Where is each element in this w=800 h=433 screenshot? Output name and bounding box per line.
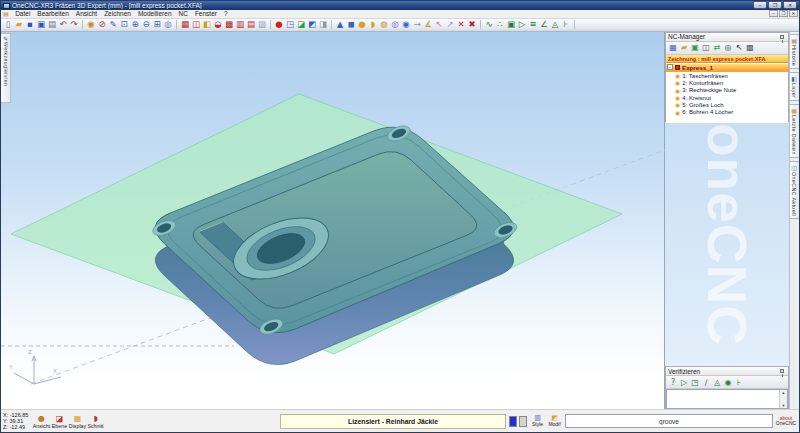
nc-points-icon[interactable]: ∴ — [495, 19, 505, 30]
secondary-color-swatch[interactable] — [519, 416, 527, 427]
verify-header[interactable]: Verifizieren — [666, 367, 788, 376]
style-button[interactable]: ▥ Style — [530, 414, 545, 428]
view-top-icon[interactable]: ▦ — [180, 19, 190, 30]
solid-sphere-icon[interactable]: ● — [357, 19, 367, 30]
close-button[interactable]: ✕ — [783, 1, 797, 9]
verify-run-icon[interactable]: ▷ — [679, 377, 689, 388]
redo-icon[interactable]: ↷ — [69, 19, 79, 30]
tree-operation-item[interactable]: ◉ 4: Kreisnut — [666, 94, 788, 101]
nc-manager-header[interactable]: NC-Manager — [666, 33, 788, 42]
solid-bowl-icon[interactable]: ◗ — [368, 19, 378, 30]
verify-cycle-icon[interactable]: ◬ — [712, 377, 722, 388]
shade-edges-icon[interactable]: ◩ — [307, 19, 317, 30]
zoom-in-icon[interactable]: ⊕ — [130, 19, 140, 30]
nc-setup-icon[interactable]: ◬ — [550, 19, 560, 30]
zoom-extents-icon[interactable]: ⊞ — [152, 19, 162, 30]
nc-toolpath-icon[interactable]: ∿ — [484, 19, 494, 30]
tab-layer[interactable]: ◧ Layer — [790, 72, 800, 101]
menu-item[interactable]: ? — [220, 10, 231, 18]
menu-item[interactable]: Fenster — [191, 10, 220, 18]
zoom-previous-icon[interactable]: ⊘ — [97, 19, 107, 30]
view-iso-icon[interactable]: ◒ — [213, 19, 223, 30]
solid-cylinder-icon[interactable]: ◼ — [346, 19, 356, 30]
tree-operation-item[interactable]: ◉ 2: Konturfräsen — [666, 79, 788, 86]
delete-x-icon[interactable]: ✕ — [456, 19, 466, 30]
menu-item[interactable]: Ansicht — [72, 10, 100, 18]
torus-violet-icon[interactable]: ◎ — [390, 19, 400, 30]
tab-onecnc-aktuell[interactable]: ◫ OneCNC Aktuell — [790, 161, 800, 219]
model-canvas[interactable]: Z X Y — [1, 32, 665, 412]
new-file-icon[interactable]: ▯ — [3, 19, 13, 30]
stop-icon[interactable]: ● — [274, 19, 284, 30]
move-arrows-icon[interactable]: ↖ — [434, 19, 444, 30]
solid-cone-icon[interactable]: ▲ — [335, 19, 345, 30]
cancel-x-icon[interactable]: ✖ — [467, 19, 477, 30]
tree-operation-item[interactable]: ◉ 1: Taschenfräsen — [666, 72, 788, 79]
orbit-icon[interactable]: ◉ — [86, 19, 96, 30]
view-front-icon[interactable]: ◫ — [191, 19, 201, 30]
torus-blue-icon[interactable]: ◉ — [401, 19, 411, 30]
torus-gold-icon[interactable]: ◍ — [379, 19, 389, 30]
select-cursor-icon[interactable]: ↖ — [734, 42, 744, 53]
shade-on-icon[interactable]: ◪ — [296, 19, 306, 30]
mdi-restore-button[interactable]: ❐ — [779, 10, 788, 17]
zoom-selected-icon[interactable]: ◎ — [163, 19, 173, 30]
pin-icon[interactable] — [780, 369, 784, 373]
menu-item[interactable]: Zeichnen — [101, 10, 135, 18]
modif-button[interactable]: ◩ Modif — [547, 414, 562, 428]
display-grid-icon[interactable]: ▩ — [745, 42, 755, 53]
open-folder-icon[interactable]: ▰ — [14, 19, 24, 30]
verify-scrollbar[interactable]: ▴ ▾ — [779, 390, 787, 408]
edit-pencil-icon[interactable]: ✎ — [108, 19, 118, 30]
mdi-minimize-button[interactable]: – — [769, 10, 778, 17]
menu-item[interactable]: Bearbeiten — [34, 10, 72, 18]
undo-icon[interactable]: ↶ — [58, 19, 68, 30]
viewport-split-icon[interactable]: ▥ — [235, 19, 245, 30]
tab-historie[interactable]: ▤ Historie — [790, 34, 800, 69]
folder-jobs-icon[interactable]: ▰ — [679, 42, 689, 53]
maximize-button[interactable]: ❐ — [768, 1, 782, 9]
viewport-grid-icon[interactable]: ▩ — [224, 19, 234, 30]
monitor-green-icon[interactable]: ▣ — [690, 42, 700, 53]
tree-operation-item[interactable]: ◉ 5: Großes Loch — [666, 101, 788, 108]
viewport-cascade-icon[interactable]: ▨ — [257, 19, 267, 30]
direction-arrow-icon[interactable]: → — [412, 19, 422, 30]
ebene-button[interactable]: ◪ Ebene — [51, 414, 68, 429]
measure-angle-icon[interactable]: ∡ — [423, 19, 433, 30]
wireframe-icon[interactable]: ◨ — [318, 19, 328, 30]
ansicht-button[interactable]: ● Ansicht — [33, 414, 50, 429]
verify-list[interactable]: ▴ ▾ — [666, 389, 788, 409]
schnitt-button[interactable]: ◗ Schnitt — [87, 414, 104, 429]
active-color-swatch[interactable] — [509, 416, 517, 427]
layer-manager-icon[interactable]: ◳ — [285, 19, 295, 30]
view-side-icon[interactable]: ◧ — [202, 19, 212, 30]
save-icon[interactable]: ▪ — [25, 19, 35, 30]
verify-help-icon[interactable]: ? — [668, 377, 678, 388]
about-onecnc[interactable]: about OneCNC — [775, 416, 797, 427]
verify-slope-icon[interactable]: ∕ — [701, 377, 711, 388]
monitor-dark-icon[interactable]: ◫ — [701, 42, 711, 53]
job-grid-icon[interactable]: ▦ — [668, 42, 678, 53]
tree-operation-item[interactable]: ◉ 6: Bohren 4 Löcher — [666, 108, 788, 115]
nc-simulate-icon[interactable]: ▷ — [517, 19, 527, 30]
viewport-3d[interactable]: ✎ Werkzeugleisten — [1, 32, 665, 410]
nc-tree-icon[interactable]: ⊦ — [561, 19, 571, 30]
save-copy-icon[interactable]: ▣ — [36, 19, 46, 30]
menu-item[interactable]: NC — [175, 10, 191, 18]
nc-post-icon[interactable]: ≡ — [528, 19, 538, 30]
command-input[interactable] — [565, 414, 773, 428]
binoculars-icon[interactable]: ◎ — [723, 42, 733, 53]
display-button[interactable]: ▦ Display — [69, 414, 86, 429]
tree-operation-item[interactable]: ◉ 3: Rechteckige Nute — [666, 87, 788, 94]
tree-root-express1[interactable]: − Express_1 — [666, 64, 788, 73]
nc-verify-icon[interactable]: ▣ — [506, 19, 516, 30]
nc-measure-icon[interactable]: ∠ — [539, 19, 549, 30]
menu-item[interactable]: Modellieren — [134, 10, 175, 18]
tab-letzte-dateien[interactable]: ▦ Letzte Dateien — [790, 104, 800, 158]
toolbars-side-tab[interactable]: ✎ Werkzeugleisten — [1, 33, 11, 103]
verify-tree-icon[interactable]: ⊦ — [734, 377, 744, 388]
menu-item[interactable]: Datei — [12, 10, 34, 18]
zoom-window-icon[interactable]: ⊡ — [119, 19, 129, 30]
pin-icon[interactable] — [780, 35, 784, 39]
mdi-close-button[interactable]: ✕ — [789, 10, 798, 17]
